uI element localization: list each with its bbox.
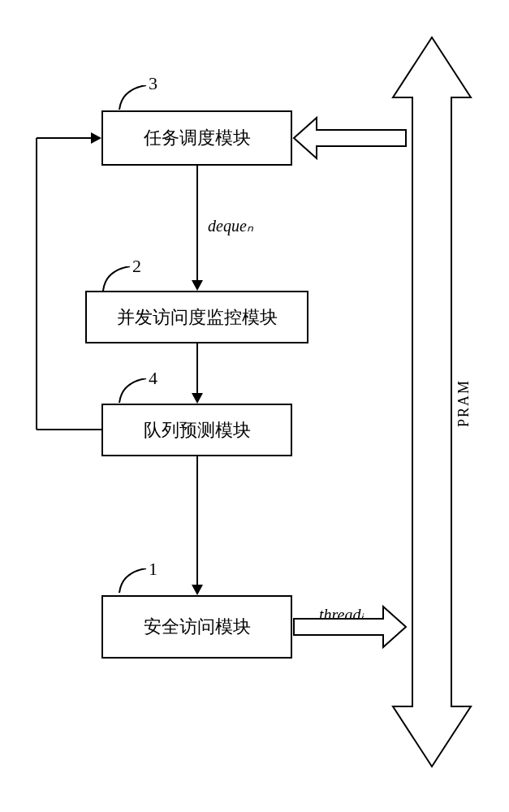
queue-prediction-module-box: 队列预测模块 (101, 404, 292, 456)
box2-number: 2 (132, 256, 141, 277)
concurrency-monitor-module-label: 并发访问度监控模块 (117, 305, 278, 330)
block-arrow-pram-to-box3 (294, 118, 406, 158)
deque-label: dequeₙ (208, 216, 253, 235)
box4-number: 4 (149, 368, 157, 389)
secure-access-module-box: 安全访问模块 (101, 595, 292, 659)
svg-marker-9 (91, 132, 101, 144)
concurrency-monitor-module-box: 并发访问度监控模块 (85, 291, 308, 343)
queue-prediction-module-label: 队列预测模块 (144, 418, 251, 443)
pram-label: PRAM (455, 379, 472, 427)
arrow-box4-to-box3-feedback (37, 132, 101, 430)
arrow-box2-to-box4 (192, 343, 203, 404)
task-scheduling-module-box: 任务调度模块 (101, 110, 292, 166)
thread-label: threadᵢ (319, 605, 364, 624)
box1-number: 1 (149, 559, 157, 580)
secure-access-module-label: 安全访问模块 (144, 615, 251, 639)
arrow-box3-to-box2 (192, 166, 203, 291)
task-scheduling-module-label: 任务调度模块 (144, 126, 251, 150)
svg-marker-3 (192, 393, 203, 404)
box3-number: 3 (149, 73, 157, 94)
arrow-box4-to-box1 (192, 456, 203, 595)
svg-marker-1 (192, 280, 203, 291)
svg-marker-5 (192, 585, 203, 595)
